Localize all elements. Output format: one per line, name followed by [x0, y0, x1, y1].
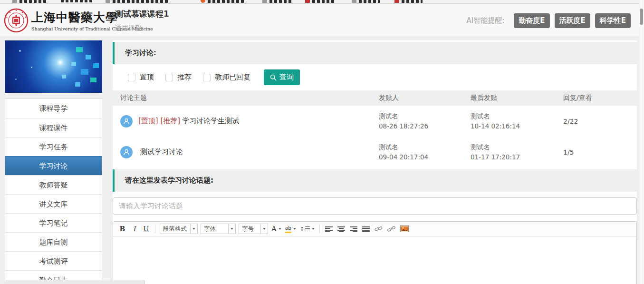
chevron-down-icon — [190, 224, 197, 234]
chevron-down-icon — [260, 224, 268, 234]
page: 上海中醫藥大學 Shanghai University of Tradition… — [0, 0, 644, 284]
pinned-checkbox[interactable] — [128, 74, 135, 81]
align-justify-icon[interactable] — [362, 226, 370, 232]
editor-toolbar: B I U 段落格式 字体 字号 A — [113, 222, 636, 236]
course-subtitle: 适用课程: — [115, 24, 169, 32]
topic-title[interactable]: 测试学习讨论 — [140, 147, 183, 156]
favicon — [106, 0, 110, 3]
favicon — [394, 0, 399, 3]
highlight-color-button[interactable]: ab — [285, 225, 296, 233]
user-avatar-icon — [120, 146, 133, 158]
last-post-cell: 测试名 10-14 02:16:14 — [471, 111, 563, 131]
ai-reminder-area: AI智能提醒: 勤奋度E 活跃度E 科学性E — [467, 4, 631, 37]
filter-recommended[interactable]: 推荐 — [165, 73, 192, 82]
insert-link-icon[interactable] — [375, 225, 383, 232]
browser-bookmarks-bar[interactable] — [0, 0, 644, 4]
sidebar-item-courseware[interactable]: 课程课件 — [5, 118, 102, 137]
sidebar-menu: 课程导学 课程课件 学习任务 学习讨论 教师答疑 讲义文库 学习笔记 题库自测 … — [5, 98, 102, 284]
favicon — [262, 0, 267, 3]
sidebar-item-exam-evaluation[interactable]: 考试测评 — [5, 251, 102, 270]
editor-content-area[interactable] — [113, 236, 636, 284]
post-section-header: 请在这里发表学习讨论话题: — [113, 169, 637, 192]
discussion-section-title: 学习讨论: — [125, 49, 156, 58]
scientific-badge[interactable]: 科学性E — [595, 13, 631, 28]
align-left-icon[interactable] — [325, 226, 333, 232]
col-topic: 讨论主题 — [113, 94, 379, 102]
sidebar-item-teacher-qa[interactable]: 教师答疑 — [5, 175, 102, 194]
activity-badge[interactable]: 活跃度E — [555, 13, 590, 28]
filter-row: 置顶 推荐 教师已回复 查询 — [113, 64, 637, 90]
filter-teacher-replied[interactable]: 教师已回复 — [203, 73, 250, 82]
app-header: 上海中醫藥大學 Shanghai University of Tradition… — [0, 4, 644, 37]
align-center-icon[interactable] — [337, 226, 345, 232]
user-avatar-icon — [120, 115, 133, 127]
poster-cell: 测试名 09-04 20:17:04 — [379, 142, 471, 162]
query-button[interactable]: 查询 — [264, 69, 300, 85]
filter-pinned[interactable]: 置顶 — [128, 73, 154, 82]
remove-link-icon[interactable] — [387, 225, 395, 232]
font-size-select[interactable]: 字号 — [239, 224, 268, 234]
replies-views-cell: 1/5 — [563, 148, 637, 156]
col-poster: 发贴人 — [379, 94, 471, 102]
align-right-icon[interactable] — [350, 226, 357, 232]
topic-title[interactable]: 学习讨论学生测试 — [182, 117, 239, 125]
col-replies-views: 回复/查看 — [563, 94, 637, 102]
favicon — [201, 0, 205, 3]
topic-title-input[interactable] — [113, 197, 637, 215]
favicon — [305, 0, 310, 3]
search-icon — [270, 74, 277, 81]
insert-image-icon[interactable] — [400, 225, 409, 232]
sidebar-item-learning-tasks[interactable]: 学习任务 — [5, 137, 102, 156]
university-seal-icon — [4, 8, 29, 33]
font-family-select[interactable]: 字体 — [201, 224, 236, 234]
sidebar-item-study-notes[interactable]: 学习笔记 — [5, 213, 102, 232]
col-last-post: 最后发贴 — [471, 94, 563, 102]
discussion-table-header: 讨论主题 发贴人 最后发贴 回复/查看 — [113, 90, 637, 106]
rich-text-editor: B I U 段落格式 字体 字号 A — [113, 221, 637, 284]
query-button-label: 查询 — [279, 73, 294, 82]
post-section-title: 请在这里发表学习讨论话题: — [125, 176, 213, 185]
recommended-checkbox[interactable] — [165, 74, 173, 81]
sidebar-item-course-guide[interactable]: 课程导学 — [5, 99, 102, 118]
line-height-button[interactable]: ↕ — [300, 226, 315, 232]
line-height-icon: ↕ — [300, 226, 310, 232]
pinned-label: 置顶 — [140, 73, 154, 82]
highlight-icon: ab — [285, 225, 291, 233]
browser-status-bar — [4, 280, 145, 284]
replies-views-cell: 2/22 — [563, 118, 637, 125]
italic-button[interactable]: I — [129, 224, 140, 235]
course-title: 测试慕课课程1 — [115, 9, 169, 20]
poster-cell: 测试名 08-26 18:27:26 — [379, 111, 471, 131]
font-color-button[interactable]: A — [271, 225, 281, 233]
teacher-replied-label: 教师已回复 — [215, 73, 250, 82]
paragraph-format-select[interactable]: 段落格式 — [160, 224, 198, 234]
course-thumbnail — [5, 40, 102, 93]
sidebar-item-lecture-library[interactable]: 讲义文库 — [5, 194, 102, 213]
discussion-row[interactable]: [置顶] [推荐]学习讨论学生测试 测试名 08-26 18:27:26 测试名… — [113, 106, 637, 137]
favicon — [352, 0, 356, 3]
chevron-down-icon — [228, 224, 235, 234]
scrollbar-thumb[interactable] — [640, 9, 643, 25]
topic-tags: [置顶] [推荐] — [138, 117, 180, 125]
bold-button[interactable]: B — [117, 224, 128, 235]
sidebar-item-self-test[interactable]: 题库自测 — [5, 232, 102, 251]
main-content: 学习讨论: 置顶 推荐 教师已回复 查询 — [113, 40, 637, 284]
underline-button[interactable]: U — [141, 224, 152, 235]
discussion-row[interactable]: 测试学习讨论 测试名 09-04 20:17:04 测试名 01-17 17:2… — [113, 137, 637, 167]
recommended-label: 推荐 — [177, 73, 192, 82]
last-post-cell: 测试名 01-17 17:20:17 — [471, 142, 563, 162]
ai-reminder-label: AI智能提醒: — [467, 16, 505, 25]
page-scrollbar[interactable] — [639, 0, 644, 284]
favicon — [12, 0, 17, 3]
teacher-replied-checkbox[interactable] — [203, 74, 211, 81]
diligence-badge[interactable]: 勤奋度E — [514, 13, 549, 28]
university-logo[interactable]: 上海中醫藥大學 Shanghai University of Tradition… — [4, 8, 110, 33]
sidebar-item-discussion[interactable]: 学习讨论 — [5, 156, 102, 175]
discussion-section-header: 学习讨论: — [113, 42, 637, 64]
